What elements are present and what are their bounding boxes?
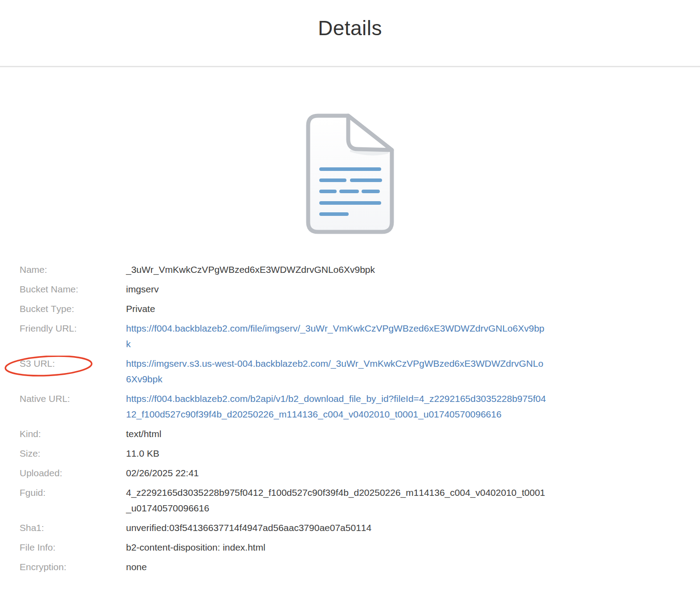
detail-row: S3 URL: https://imgserv.s3.us-west-004.b… — [20, 356, 700, 387]
detail-value: Private — [126, 304, 155, 314]
detail-label: Bucket Name: — [20, 284, 78, 294]
file-icon-container — [0, 113, 700, 235]
detail-label-cell: Friendly URL: — [20, 320, 126, 352]
detail-row: Name: _3uWr_VmKwkCzVPgWBzed6xE3WDWZdrvGN… — [20, 262, 700, 277]
detail-value-cell: https://imgserv.s3.us-west-004.backblaze… — [126, 356, 547, 387]
detail-value: 4_z2292165d3035228b975f0412_f100d527c90f… — [126, 487, 545, 513]
detail-label: Sha1: — [20, 523, 44, 533]
detail-row: Encryption: none — [20, 559, 700, 575]
detail-label-cell: Kind: — [20, 426, 126, 442]
detail-value-cell: text/html — [126, 426, 547, 442]
detail-label: Encryption: — [20, 562, 66, 572]
detail-value-cell: 4_z2292165d3035228b975f0412_f100d527c90f… — [126, 485, 547, 516]
header-divider — [0, 66, 700, 67]
detail-value-cell: imgserv — [126, 281, 547, 297]
detail-label: S3 URL: — [20, 358, 55, 369]
detail-row: Sha1: unverified:03f54136637714f4947ad56… — [20, 520, 700, 535]
detail-label: Native URL: — [20, 393, 70, 404]
detail-url-link[interactable]: https://f004.backblazeb2.com/file/imgser… — [126, 323, 545, 349]
detail-value: unverified:03f54136637714f4947ad56aac379… — [126, 523, 371, 533]
detail-value: 11.0 KB — [126, 448, 159, 458]
detail-row: Native URL: https://f004.backblazeb2.com… — [20, 391, 700, 422]
detail-label: Kind: — [20, 429, 41, 439]
detail-value-cell: _3uWr_VmKwkCzVPgWBzed6xE3WDWZdrvGNLo6Xv9… — [126, 262, 547, 277]
detail-row: Bucket Type: Private — [20, 301, 700, 316]
detail-label-cell: File Info: — [20, 539, 126, 555]
detail-label-cell: Native URL: — [20, 391, 126, 422]
detail-label: Fguid: — [20, 487, 45, 498]
detail-value: b2-content-disposition: index.html — [126, 542, 265, 552]
details-header: Details — [0, 0, 700, 66]
detail-label-cell: Sha1: — [20, 520, 126, 535]
detail-row: Fguid: 4_z2292165d3035228b975f0412_f100d… — [20, 485, 700, 516]
detail-value-cell: https://f004.backblazeb2.com/b2api/v1/b2… — [126, 391, 547, 422]
detail-row: Friendly URL: https://f004.backblazeb2.c… — [20, 320, 700, 352]
detail-value-cell: https://f004.backblazeb2.com/file/imgser… — [126, 320, 547, 352]
file-details-page: Details — [0, 0, 700, 608]
detail-label: Name: — [20, 264, 47, 275]
detail-label: Bucket Type: — [20, 304, 74, 314]
detail-label-cell: Bucket Name: — [20, 281, 126, 297]
detail-value-cell: unverified:03f54136637714f4947ad56aac379… — [126, 520, 547, 535]
detail-value-cell: none — [126, 559, 547, 575]
detail-value-cell: 02/26/2025 22:41 — [126, 465, 547, 481]
detail-label-cell: S3 URL: — [20, 356, 126, 387]
detail-url-link[interactable]: https://imgserv.s3.us-west-004.backblaze… — [126, 358, 543, 384]
detail-label-cell: Bucket Type: — [20, 301, 126, 316]
detail-value: _3uWr_VmKwkCzVPgWBzed6xE3WDWZdrvGNLo6Xv9… — [126, 264, 375, 275]
details-list: Name: _3uWr_VmKwkCzVPgWBzed6xE3WDWZdrvGN… — [20, 262, 700, 575]
detail-value-cell: b2-content-disposition: index.html — [126, 539, 547, 555]
detail-label-cell: Uploaded: — [20, 465, 126, 481]
detail-value-cell: 11.0 KB — [126, 446, 547, 461]
detail-value-cell: Private — [126, 301, 547, 316]
detail-row: File Info: b2-content-disposition: index… — [20, 539, 700, 555]
document-file-icon — [305, 113, 395, 235]
detail-value: imgserv — [126, 284, 159, 294]
page-title: Details — [0, 16, 700, 40]
detail-label: Uploaded: — [20, 468, 62, 478]
detail-label-cell: Encryption: — [20, 559, 126, 575]
detail-row: Uploaded: 02/26/2025 22:41 — [20, 465, 700, 481]
detail-label: Size: — [20, 448, 41, 458]
detail-url-link[interactable]: https://f004.backblazeb2.com/b2api/v1/b2… — [126, 393, 546, 419]
detail-label-cell: Size: — [20, 446, 126, 461]
detail-row: Bucket Name: imgserv — [20, 281, 700, 297]
detail-value: 02/26/2025 22:41 — [126, 468, 199, 478]
detail-label-cell: Name: — [20, 262, 126, 277]
detail-label: File Info: — [20, 542, 56, 552]
detail-row: Size: 11.0 KB — [20, 446, 700, 461]
detail-label-cell: Fguid: — [20, 485, 126, 516]
detail-label: Friendly URL: — [20, 323, 77, 333]
detail-value: none — [126, 562, 147, 572]
detail-row: Kind: text/html — [20, 426, 700, 442]
detail-value: text/html — [126, 429, 161, 439]
